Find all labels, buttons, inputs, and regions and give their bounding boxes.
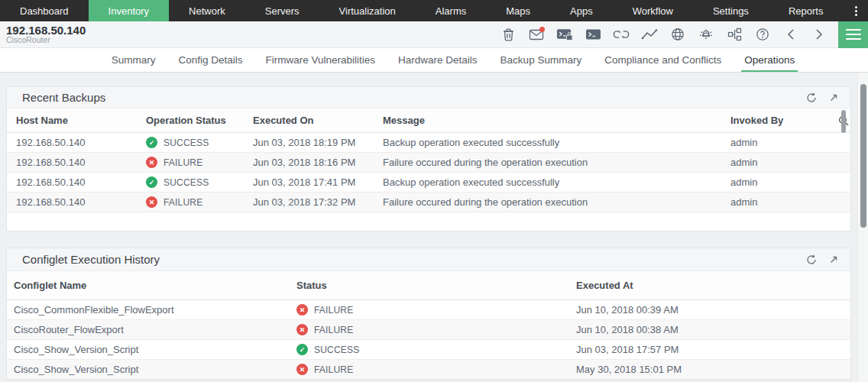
status-label: FAILURE — [314, 364, 353, 375]
executed-on-cell: Jun 03, 2018 18:16 PM — [253, 157, 383, 168]
nav-item-servers[interactable]: Servers — [245, 0, 319, 21]
message-cell: Failure occured during the operation exe… — [383, 157, 730, 168]
device-name: CiscoRouter — [6, 36, 86, 44]
table-row[interactable]: Cisco_Show_Version_Script FAILURE May 30… — [7, 360, 850, 380]
table-row[interactable]: CiscoRouter_FlowExport FAILURE Jun 10, 2… — [7, 320, 850, 340]
status-failure-icon — [296, 304, 308, 316]
message-cell: Backup operation executed successfully — [383, 176, 730, 188]
status-label: FAILURE — [164, 157, 202, 168]
col-executed-at: Executed At — [576, 280, 850, 291]
tab-config-details[interactable]: Config Details — [178, 48, 242, 72]
invoked-by-cell: admin — [730, 196, 823, 208]
host-name-cell: 192.168.50.140 — [16, 137, 146, 148]
chevron-right-icon[interactable] — [811, 26, 828, 43]
status-cell: FAILURE — [296, 304, 576, 316]
configlet-column-headers: Configlet Name Status Executed At — [7, 271, 850, 300]
terminal-icon[interactable] — [585, 26, 601, 43]
hamburger-menu-button[interactable] — [838, 21, 868, 48]
nav-item-inventory[interactable]: Inventory — [89, 0, 169, 21]
configlet-name-cell: Cisco_CommonFlexible_FlowExport — [14, 304, 296, 316]
configlet-name-cell: Cisco_Show_Version_Script — [14, 344, 296, 355]
executed-at-cell: Jun 10, 2018 00:39 AM — [576, 304, 850, 316]
col-host-name: Host Name — [16, 115, 146, 126]
table-row[interactable]: Cisco_CommonFlexible_FlowExport FAILURE … — [7, 300, 850, 320]
globe-icon[interactable] — [669, 26, 686, 43]
host-name-cell: 192.168.50.140 — [16, 157, 146, 168]
link-icon[interactable] — [613, 26, 630, 43]
status-label: SUCCESS — [314, 345, 359, 355]
status-failure-icon — [296, 364, 308, 375]
col-status: Status — [296, 280, 576, 291]
recent-backups-header: Recent Backups — [7, 87, 850, 108]
help-icon[interactable] — [754, 26, 771, 43]
status-failure-icon — [146, 157, 157, 168]
status-label: FAILURE — [314, 325, 353, 335]
trend-icon[interactable] — [641, 26, 658, 43]
table-scrollbar-thumb[interactable] — [841, 110, 846, 133]
table-row[interactable]: 192.168.50.140 SUCCESS Jun 03, 2018 18:1… — [7, 133, 850, 153]
status-cell: FAILURE — [296, 364, 576, 375]
page-scrollbar-thumb[interactable] — [860, 84, 866, 228]
nav-item-maps[interactable]: Maps — [486, 0, 550, 21]
nav-item-dashboard[interactable]: Dashboard — [0, 0, 89, 21]
nav-item-reports[interactable]: Reports — [769, 0, 844, 21]
nav-item-settings[interactable]: Settings — [693, 0, 769, 21]
table-row[interactable]: 192.168.50.140 SUCCESS Jun 03, 2018 17:4… — [7, 173, 850, 193]
configlet-history-header: Configlet Execution History — [7, 248, 850, 271]
mail-notification-dot — [539, 27, 545, 32]
expand-icon[interactable] — [829, 92, 838, 103]
status-cell: FAILURE — [146, 196, 253, 208]
device-header: 192.168.50.140 CiscoRouter — [0, 21, 868, 48]
chevron-left-icon[interactable] — [782, 26, 799, 43]
refresh-icon[interactable] — [806, 254, 817, 265]
tab-hardware-details[interactable]: Hardware Details — [398, 48, 478, 72]
tab-summary[interactable]: Summary — [112, 48, 156, 72]
nav-item-network[interactable]: Network — [169, 0, 245, 21]
page-scrollbar[interactable] — [857, 73, 868, 382]
tab-backup-summary[interactable]: Backup Summary — [500, 48, 582, 72]
executed-at-cell: May 30, 2018 15:01 PM — [576, 364, 850, 375]
status-success-icon — [146, 176, 157, 188]
nav-item-virtualization[interactable]: Virtualization — [319, 0, 416, 21]
message-cell: Failure occured during the operation exe… — [383, 196, 730, 208]
table-search-button[interactable] — [823, 115, 850, 126]
topology-icon[interactable] — [726, 26, 743, 43]
refresh-icon[interactable] — [806, 92, 817, 103]
executed-on-cell: Jun 03, 2018 17:41 PM — [253, 176, 383, 188]
device-ip: 192.168.50.140 — [6, 24, 86, 37]
recent-backups-panel: Recent Backups Host Name Operation Statu… — [6, 86, 851, 231]
col-configlet-name: Configlet Name — [14, 280, 296, 291]
alarm-bell-icon[interactable] — [698, 26, 714, 43]
trash-icon[interactable] — [500, 26, 517, 43]
tab-firmware-vulnerabilities[interactable]: Firmware Vulnerabilities — [266, 48, 376, 72]
nav-more-menu[interactable] — [843, 0, 868, 21]
status-cell: SUCCESS — [146, 176, 253, 188]
col-message: Message — [383, 115, 730, 126]
host-name-cell: 192.168.50.140 — [16, 176, 146, 188]
nav-item-alarms[interactable]: Alarms — [416, 0, 486, 21]
mail-icon[interactable] — [528, 26, 545, 43]
status-label: FAILURE — [314, 305, 353, 316]
expand-icon[interactable] — [829, 254, 838, 265]
col-operation-status: Operation Status — [146, 115, 253, 126]
table-row[interactable]: 192.168.50.140 FAILURE Jun 03, 2018 17:3… — [7, 193, 850, 212]
executed-at-cell: Jun 03, 2018 17:57 PM — [576, 344, 850, 355]
status-success-icon — [296, 344, 308, 355]
configlet-name-cell: Cisco_Show_Version_Script — [14, 364, 296, 375]
terminal-lock-icon[interactable] — [556, 26, 573, 43]
recent-backups-title: Recent Backups — [7, 91, 105, 104]
nav-item-workflow[interactable]: Workflow — [613, 0, 693, 21]
invoked-by-cell: admin — [730, 176, 823, 188]
table-row[interactable]: 192.168.50.140 FAILURE Jun 03, 2018 18:1… — [7, 153, 850, 173]
status-cell: SUCCESS — [146, 137, 253, 148]
status-success-icon — [146, 137, 157, 148]
col-invoked-by: Invoked By — [730, 115, 823, 126]
status-cell: FAILURE — [146, 157, 253, 168]
invoked-by-cell: admin — [730, 157, 823, 168]
top-nav: Dashboard Inventory Network Servers Virt… — [0, 0, 868, 21]
nav-item-apps[interactable]: Apps — [550, 0, 613, 21]
tab-operations[interactable]: Operations — [744, 48, 795, 72]
tab-compliance-and-conflicts[interactable]: Compliance and Conflicts — [604, 48, 721, 72]
table-row[interactable]: Cisco_Show_Version_Script SUCCESS Jun 03… — [7, 340, 850, 360]
configlet-history-title: Configlet Execution History — [7, 253, 160, 266]
